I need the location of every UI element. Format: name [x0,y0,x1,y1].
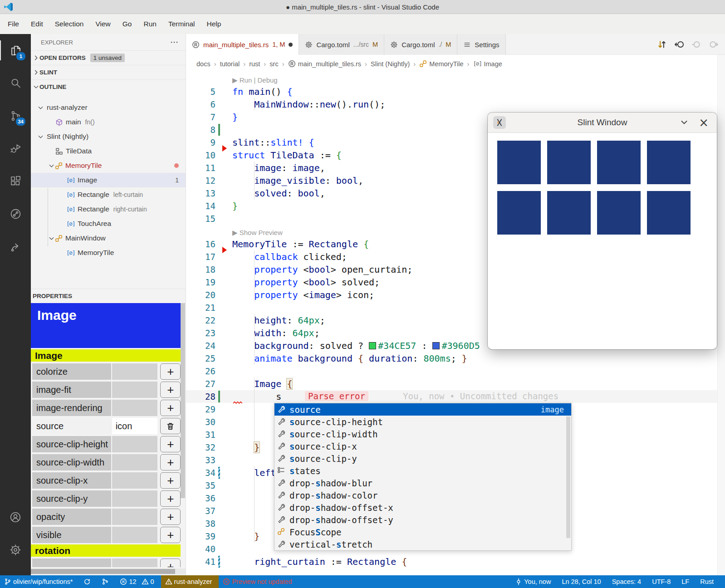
section-slint[interactable]: SLINT [31,65,186,79]
gutter[interactable]: 31 [186,428,232,441]
status-blame[interactable]: You, now [511,575,558,588]
gutter[interactable]: 18 [186,263,232,276]
gutter[interactable]: 19 [186,276,232,289]
gutter[interactable]: 28 [186,390,232,403]
breadcrumb-tutorial[interactable]: tutorial [220,60,240,68]
code-line-26[interactable]: 26 [186,365,725,377]
memory-tile[interactable] [547,141,591,184]
suggest-item-source-clip-height[interactable]: source-clip-height [274,416,571,428]
suggest-item-drop-shadow-offset-x[interactable]: drop-shadow-offset-x [274,501,571,514]
gutter[interactable]: 14 [186,200,232,212]
color-swatch[interactable] [369,342,376,349]
memory-tile[interactable] [497,141,541,184]
code-text[interactable]: animate background { duration: 800ms; } [232,352,467,365]
gutter[interactable]: 15 [186,212,232,225]
code-text[interactable]: } [232,200,238,212]
outline-item-image[interactable]: [⊘]Image1 [31,173,186,187]
outline-item-rectangle[interactable]: [⊘]Rectangleright-curtain [31,202,186,216]
gutter[interactable]: 8 [186,123,232,136]
gutter[interactable]: 25 [186,352,232,365]
code-line-28[interactable]: 28 sParse errorYou, now • Uncommitted ch… [186,390,725,403]
suggest-item-drop-shadow-color[interactable]: drop-shadow-color [274,489,571,501]
property-value-field[interactable] [112,400,158,416]
gutter[interactable]: 17 [186,250,232,263]
property-value-field[interactable] [112,363,158,380]
more-actions-icon[interactable]: ⋯ [170,37,179,47]
gutter[interactable]: 5 [186,85,232,98]
code-text[interactable]: property <bool> open_curtain; [232,263,412,276]
activity-source-control[interactable]: 34 [0,99,31,132]
activity-settings[interactable] [0,534,31,566]
property-value-field[interactable] [112,509,158,525]
activity-live-share[interactable] [0,230,31,263]
gutter[interactable]: 27 [186,377,232,390]
suggest-item-vertical-stretch[interactable]: vertical-stretch [274,538,571,550]
code-text[interactable]: background: solved ? #34CE57 : #3960D5 [232,339,480,352]
codelens-row[interactable]: ▶ Run | Debug [186,73,725,85]
menu-help[interactable]: Help [201,17,227,31]
tab-main-multiple-tiles-rs[interactable]: main_multiple_tiles.rs1, M [186,34,299,55]
open-changes-button[interactable] [657,39,667,49]
outline-item-rectangle[interactable]: [⊘]Rectangleleft-curtain [31,187,186,202]
code-text[interactable]: width: 64px; [232,327,320,339]
code-text[interactable]: } [232,530,260,543]
code-text[interactable]: } [232,111,238,123]
suggest-item-source-clip-x[interactable]: source-clip-x [274,440,571,452]
memory-tile[interactable] [647,191,691,235]
code-text[interactable]: callback clicked; [232,250,347,263]
gutter[interactable]: 34 [186,466,232,479]
breadcrumb-memorytile[interactable]: MemoryTile [419,60,463,68]
status-problems[interactable]: 120 [116,575,161,588]
outline-item-rust-analyzer[interactable]: rust-analyzer [31,100,186,115]
add-property-button[interactable]: + [160,509,181,525]
code-text[interactable]: s [232,390,281,403]
property-value-field[interactable] [112,436,158,452]
outline-item-memorytile[interactable]: MemoryTile [31,158,186,173]
code-line-41[interactable]: 41 right_curtain := Rectangle { [186,555,725,568]
code-text[interactable]: MemoryTile := Rectangle { [232,238,369,250]
memory-tile[interactable] [597,141,641,184]
activity-explorer[interactable]: 1 [0,34,31,67]
status-language-mode[interactable]: Rust [696,575,720,588]
breadcrumb-docs[interactable]: docs [196,60,211,68]
section-outline[interactable]: OUTLINE [31,79,186,94]
menu-view[interactable]: View [89,17,116,31]
gutter[interactable]: 10 [186,149,232,162]
property-value-field[interactable] [112,472,158,489]
breadcrumb-rust[interactable]: rust [249,60,260,68]
editor-scrollbar[interactable] [717,55,725,575]
close-icon[interactable]: × [699,117,709,128]
gutter[interactable] [186,225,232,238]
property-value-field[interactable] [112,454,158,470]
status-sync[interactable] [79,575,98,588]
gutter[interactable]: 36 [186,492,232,505]
code-text[interactable]: } [232,441,260,454]
property-value-field[interactable] [112,382,158,398]
code-line-5[interactable]: 5fn main() { [186,85,725,98]
status-encoding[interactable]: UTF-8 [648,575,677,588]
menu-edit[interactable]: Edit [25,17,49,31]
gutter[interactable]: 41 [186,555,232,568]
code-text[interactable]: struct TileData := { [232,149,342,162]
gutter[interactable] [186,73,232,85]
add-property-button[interactable]: + [160,559,181,567]
status-eol[interactable]: LF [677,575,696,588]
gutter[interactable]: 32 [186,441,232,454]
code-text[interactable]: right_curtain := Rectangle { [232,555,407,568]
properties-vertical-scrollbar[interactable] [181,303,185,498]
add-property-button[interactable]: + [160,454,181,470]
menu-file[interactable]: File [2,17,25,31]
gutter[interactable]: 22 [186,314,232,327]
codelens-run[interactable]: ▶ Run | Debug [232,74,278,84]
memory-tile[interactable] [647,141,691,184]
gutter[interactable]: 38 [186,517,232,530]
add-property-button[interactable]: + [160,382,181,398]
add-property-button[interactable]: + [160,363,181,380]
activity-search[interactable] [0,67,31,99]
code-line-27[interactable]: 27 Image { [186,377,725,390]
tab-settings[interactable]: Settings [457,34,505,55]
outline-item-memorytile[interactable]: [⊘]MemoryTile [31,245,186,260]
code-text[interactable]: fn main() { [232,85,292,98]
breadcrumb-slint-nightly-[interactable]: Slint (Nightly) [371,60,410,68]
suggest-item-source-clip-width[interactable]: source-clip-width [274,428,571,440]
